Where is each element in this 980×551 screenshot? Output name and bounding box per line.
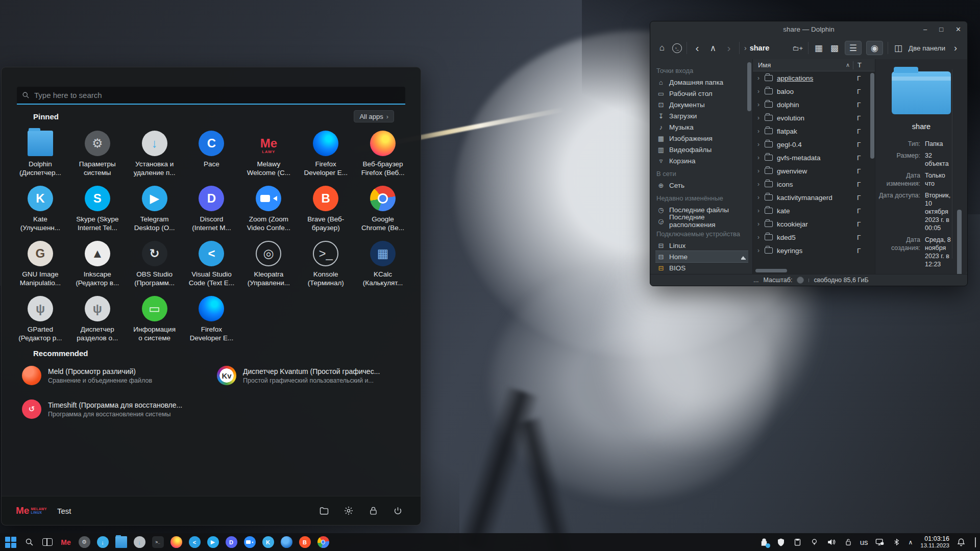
column-divider[interactable] — [853, 61, 853, 69]
file-row[interactable]: › kate Г — [753, 204, 875, 217]
expand-chevron-icon[interactable]: › — [757, 74, 765, 82]
up-button[interactable]: ∧ — [707, 41, 719, 55]
places-item[interactable]: ▦ Изображения — [655, 133, 748, 144]
places-item[interactable]: ⊟ Linux — [655, 240, 748, 251]
places-item[interactable]: ⊟ BIOS — [655, 262, 748, 273]
column-name[interactable]: Имя — [758, 61, 771, 69]
volume-icon[interactable] — [826, 537, 837, 547]
file-row[interactable]: › kcookiejar Г — [753, 217, 875, 231]
reco-kvantum[interactable]: Kv Диспетчер Kvantum (Простой графичес..… — [217, 362, 400, 389]
taskbar-search-button[interactable] — [22, 536, 36, 549]
places-item[interactable]: ⊕ Сеть — [655, 180, 748, 191]
eject-icon[interactable] — [741, 254, 746, 259]
virtual-desktop-pager[interactable] — [41, 536, 54, 549]
file-list-hscrollbar[interactable] — [755, 269, 787, 272]
info-panel-scrollbar[interactable] — [957, 210, 962, 274]
clipboard-icon[interactable] — [793, 537, 803, 547]
task-firefox[interactable] — [169, 536, 183, 549]
search-bar[interactable] — [17, 87, 405, 105]
pinned-kate[interactable]: K Kate (Улучшенн... — [12, 184, 69, 237]
pinned-brave[interactable]: B Brave (Веб- браузер) — [297, 184, 354, 237]
pinned-vscode[interactable]: < Visual Studio Code (Text E... — [183, 239, 240, 292]
peek-desktop-button[interactable] — [975, 537, 976, 547]
split-view-label[interactable]: Две панели — [909, 44, 945, 52]
back-button[interactable]: ‹ — [692, 41, 703, 55]
file-list-scrollbar[interactable] — [870, 73, 874, 159]
search-input[interactable] — [34, 91, 400, 99]
pinned-inkscape[interactable]: ▲ Inkscape (Редактор в... — [69, 239, 126, 292]
expand-chevron-icon[interactable]: › — [757, 194, 765, 201]
task-thunderbird[interactable] — [280, 536, 293, 549]
file-row[interactable]: › applications Г — [753, 71, 875, 85]
expand-chevron-icon[interactable]: › — [757, 207, 765, 214]
breadcrumb-current[interactable]: share — [750, 44, 770, 52]
compact-view-button[interactable]: ▩ — [829, 41, 840, 55]
task-vscode[interactable]: < — [188, 536, 201, 549]
reco-timeshift[interactable]: ↺ Timeshift (Программа для восстановле..… — [22, 396, 205, 422]
minimize-button[interactable]: – — [923, 26, 927, 33]
statusbar-overflow[interactable]: ... — [753, 277, 758, 284]
places-item[interactable]: ▭ Рабочий стол — [655, 88, 748, 99]
file-row[interactable]: › gvfs-metadata Г — [753, 151, 875, 164]
file-row[interactable]: › kded5 Г — [753, 231, 875, 244]
file-row[interactable]: › dolphin Г — [753, 98, 875, 111]
pinned-install-remove[interactable]: ↓ Установка и удаление п... — [126, 129, 183, 182]
task-chrome[interactable] — [316, 536, 330, 549]
places-item[interactable]: ⊡ Документы — [655, 99, 748, 110]
home-button[interactable]: ⌂ — [656, 41, 668, 55]
pinned-kcalc[interactable]: ▦ KCalc (Калькулят... — [354, 239, 411, 292]
file-row[interactable]: › baloo Г — [753, 85, 875, 98]
close-button[interactable]: ✕ — [955, 26, 961, 33]
pinned-system-settings[interactable]: ⚙ Параметры системы — [69, 129, 126, 182]
task-telegram[interactable]: ▶ — [206, 536, 219, 549]
expand-chevron-icon[interactable]: › — [757, 181, 765, 188]
column-type[interactable]: Т — [857, 61, 862, 69]
pinned-skype[interactable]: S Skype (Skype Internet Tel... — [69, 184, 126, 237]
dolphin-titlebar[interactable]: share — Dolphin – □ ✕ — [650, 21, 967, 37]
new-tab-button[interactable]: 🗀+ — [792, 41, 803, 55]
pinned-obs[interactable]: ↻ OBS Studio (Программ... — [126, 239, 183, 292]
night-color-icon[interactable] — [810, 537, 820, 547]
melawy-menu-button[interactable]: Me — [59, 536, 72, 549]
task-install[interactable]: ↓ — [133, 536, 146, 549]
pinned-system-info[interactable]: ▭ Информация о системе — [126, 294, 183, 347]
expand-chevron-icon[interactable]: › — [757, 247, 765, 254]
expand-chevron-icon[interactable]: › — [757, 220, 765, 228]
firewall-icon[interactable] — [776, 537, 786, 547]
forward-button[interactable]: › — [723, 41, 734, 55]
updates-icon[interactable] — [759, 537, 769, 547]
pinned-telegram[interactable]: ▶ Telegram Desktop (O... — [126, 184, 183, 237]
expand-chevron-icon[interactable]: › — [757, 141, 765, 148]
pinned-kleopatra[interactable]: ◎ Kleopatra (Управлени... — [240, 239, 297, 292]
places-item[interactable]: ⊟ Home — [655, 251, 748, 262]
file-manager-button[interactable] — [315, 502, 333, 519]
pinned-firefox-dev-2[interactable]: Firefox Developer E... — [183, 294, 240, 347]
file-list-header[interactable]: Имя ∧ Т — [753, 59, 875, 71]
places-item[interactable]: ♪ Музыка — [655, 121, 748, 133]
settings-button[interactable] — [340, 502, 357, 519]
places-item[interactable]: ↧ Загрузки — [655, 110, 748, 121]
bluetooth-icon[interactable] — [892, 537, 902, 547]
disk-lock-icon[interactable] — [843, 537, 853, 547]
task-brave[interactable]: B — [298, 536, 311, 549]
file-row[interactable]: › keyrings Г — [753, 244, 875, 257]
expand-chevron-icon[interactable]: › — [757, 128, 765, 135]
file-row[interactable]: › kactivitymanagerd Г — [753, 191, 875, 204]
remote-screen-icon[interactable] — [875, 537, 885, 547]
breadcrumb[interactable]: › share — [744, 44, 769, 52]
preview-toggle-button[interactable]: ◉ — [866, 41, 883, 55]
task-system-settings[interactable]: ⚙ — [78, 536, 91, 549]
keyboard-layout[interactable]: us — [860, 538, 868, 546]
icons-view-button[interactable]: ▦ — [813, 41, 824, 55]
start-button[interactable] — [4, 536, 17, 549]
pinned-discord[interactable]: D Discord (Internet M... — [183, 184, 240, 237]
pinned-dolphin[interactable]: Dolphin (Диспетчер... — [12, 129, 69, 182]
task-dolphin[interactable] — [114, 536, 128, 549]
task-discover[interactable]: ↓ — [96, 536, 109, 549]
pinned-melawy-welcome[interactable]: MeLAWY Melawy Welcome (C... — [240, 129, 297, 182]
task-konsole[interactable]: >_ — [151, 536, 164, 549]
task-zoom[interactable] — [243, 536, 256, 549]
zoom-slider[interactable] — [797, 277, 804, 284]
expand-chevron-icon[interactable]: › — [757, 234, 765, 241]
clock[interactable]: 01:03:16 13.11.2023 — [920, 536, 949, 549]
